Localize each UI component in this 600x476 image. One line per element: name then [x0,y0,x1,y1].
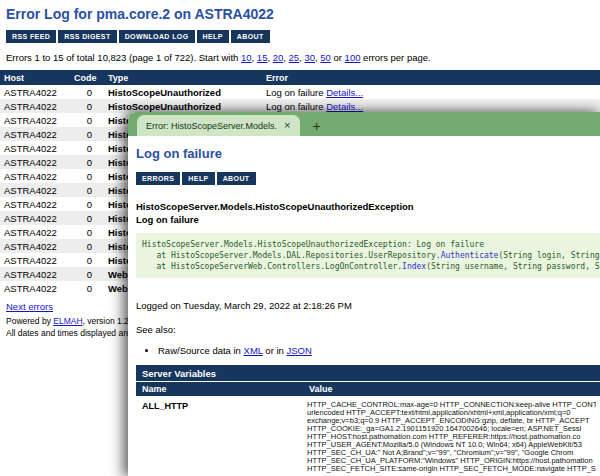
xml-link[interactable]: XML [244,345,263,356]
error-detail-content: Log on failure ERRORSHELPABOUT HistoScop… [128,136,600,476]
browser-tab-bar: Error: HistoScopeServer.Models. × + [128,112,600,136]
variable-value-line: HTTP_SEC_FETCH_SITE:same-origin HTTP_SEC… [307,465,596,473]
code-cell: 0 [70,85,104,99]
col-header-type: Type [104,70,262,85]
raw-source-item: Raw/Source data in XML or in JSON [158,345,600,356]
stack-trace: HistoScopeServer.Models.HistoScopeUnauth… [136,233,600,278]
stack-method-link[interactable]: Authenticate [441,251,499,260]
variable-value-line: HTTP_SEC_CH_UA:" Not A;Brand";v="99", "C… [307,449,596,457]
raw-source-text: Raw/Source data in [158,345,244,356]
code-cell: 0 [70,225,104,239]
json-link[interactable]: JSON [287,345,312,356]
code-cell: 0 [70,281,104,295]
code-cell: 0 [70,169,104,183]
col-header-error: Error [262,70,600,85]
stack-text: at HistoScopeServerWeb.Controllers.LogOn… [142,262,402,271]
detail-toolbar: ERRORSHELPABOUT [136,172,600,185]
toolbar-button[interactable]: ABOUT [231,30,270,43]
col-header-host: Host [0,70,70,85]
host-cell: ASTRA4022 [0,155,70,169]
host-cell: ASTRA4022 [0,127,70,141]
host-cell: ASTRA4022 [0,239,70,253]
host-cell: ASTRA4022 [0,99,70,113]
exception-type: HistoScopeServer.Models.HistoScopeUnauth… [136,201,600,212]
error-row: ASTRA4022 0 HistoScopeUnauthorized Log o… [0,85,600,99]
host-cell: ASTRA4022 [0,211,70,225]
name-column-header: Name [136,382,303,397]
host-cell: ASTRA4022 [0,281,70,295]
pager-segment[interactable]: 100 [345,52,361,63]
powered-by-text: Powered by [6,316,53,326]
server-variables-header-row: Name Value [136,382,600,397]
code-cell: 0 [70,211,104,225]
elmah-link[interactable]: ELMAH [53,316,82,326]
pager-segment: or [331,52,345,63]
code-cell: 0 [70,183,104,197]
table-header-row: Host Code Type Error [0,70,600,85]
exception-message: Log on failure [136,214,600,225]
host-cell: ASTRA4022 [0,225,70,239]
stack-text: at HistoScopeServer.Models.DAL.Repositor… [142,251,441,260]
details-link[interactable]: Details... [326,101,363,112]
toolbar-button[interactable]: ABOUT [217,172,256,185]
main-toolbar: RSS FEEDRSS DIGESTDOWNLOAD LOGHELPABOUT [6,30,600,43]
pager-segment[interactable]: 20 [273,52,284,63]
logged-on-timestamp: Logged on Tuesday, March 29, 2022 at 2:1… [136,300,600,311]
code-cell: 0 [70,239,104,253]
toolbar-button[interactable]: HELP [197,30,229,43]
variable-value: HTTP_CACHE_CONTROL:max-age=0 HTTP_CONNEC… [303,397,600,476]
pager-segment[interactable]: 50 [320,52,331,63]
details-link[interactable]: Details... [326,87,363,98]
pager-segment[interactable]: 10 [241,52,252,63]
pager-segment[interactable]: 25 [289,52,300,63]
stack-text: (String username, String password, St [426,262,600,271]
code-cell: 0 [70,127,104,141]
stack-line: at HistoScopeServerWeb.Controllers.LogOn… [142,261,600,272]
detail-title: Log on failure [136,146,600,161]
variable-value-line: HTTP_COOKIE:_ga=GA1.2.1901151920.1647002… [307,425,596,433]
col-header-code: Code [70,70,104,85]
browser-tab[interactable]: Error: HistoScopeServer.Models. × [137,115,300,136]
toolbar-button[interactable]: ERRORS [136,172,180,185]
code-cell: 0 [70,197,104,211]
host-cell: ASTRA4022 [0,169,70,183]
server-variables-caption-row: Server Variables [136,365,600,382]
stack-text: (String login, String [498,251,600,260]
new-tab-icon[interactable]: + [313,119,321,133]
code-cell: 0 [70,99,104,113]
stack-method-link[interactable]: Index [402,262,426,271]
variable-value-line: exchange;v=b3;q=0.9 HTTP_ACCEPT_ENCODING… [307,417,596,425]
toolbar-button[interactable]: RSS DIGEST [58,30,116,43]
host-cell: ASTRA4022 [0,113,70,127]
toolbar-button[interactable]: DOWNLOAD LOG [119,30,195,43]
variable-value-line: HTTP_HOST:host.pathomation.com HTTP_REFE… [307,433,596,441]
pager-segment[interactable]: 30 [304,52,315,63]
error-cell: Log on failure Details... [262,85,600,99]
code-cell: 0 [70,113,104,127]
toolbar-button[interactable]: HELP [182,172,214,185]
tab-title: Error: HistoScopeServer.Models. [146,121,277,131]
variable-value-line: urlencoded HTTP_ACCEPT:text/html,applica… [307,409,596,417]
host-cell: ASTRA4022 [0,267,70,281]
stack-line: HistoScopeServer.Models.HistoScopeUnauth… [142,239,600,250]
variable-value-line: HTTP_USER_AGENT:Mozilla/5.0 (Windows NT … [307,441,596,449]
host-cell: ASTRA4022 [0,183,70,197]
error-text: Log on failure [266,87,324,98]
next-errors-link[interactable]: Next errors [6,301,53,312]
pager-segment[interactable]: 15 [257,52,268,63]
error-row: ASTRA4022 0 HistoScopeUnauthorized Log o… [0,99,600,113]
error-detail-window: Error: HistoScopeServer.Models. × + Log … [128,112,600,476]
stack-text: HistoScopeServer.Models.HistoScopeUnauth… [142,240,484,249]
variable-name: ALL_HTTP [136,397,303,476]
error-log-app: Error Log for pma.core.2 on ASTRA4022 RS… [0,0,600,476]
host-cell: ASTRA4022 [0,197,70,211]
variable-value-line: HTTP_CACHE_CONTROL:max-age=0 HTTP_CONNEC… [307,401,596,409]
toolbar-button[interactable]: RSS FEED [6,30,56,43]
value-column-header: Value [303,382,600,397]
code-cell: 0 [70,267,104,281]
stack-line: at HistoScopeServer.Models.DAL.Repositor… [142,250,600,261]
type-cell: HistoScopeUnauthorized [104,99,262,113]
error-cell: Log on failure Details... [262,99,600,113]
tab-close-icon[interactable]: × [284,120,290,131]
code-cell: 0 [70,141,104,155]
